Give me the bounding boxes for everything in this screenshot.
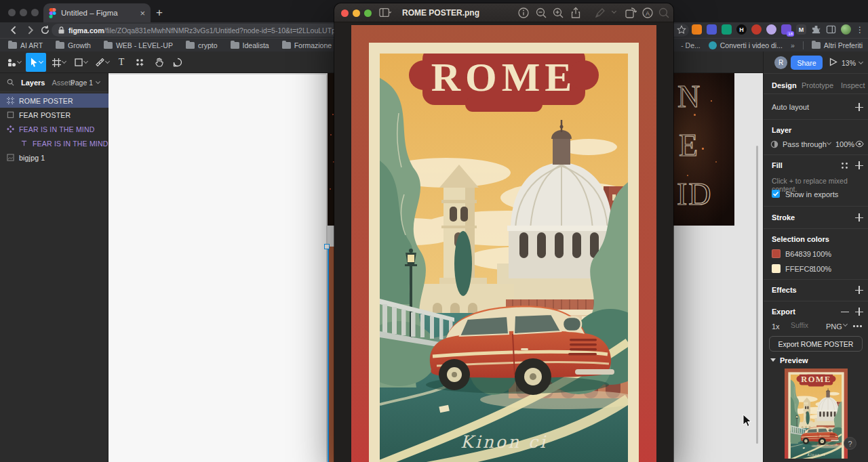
share-button[interactable]: Share [791, 56, 823, 70]
fear-poster-right-part[interactable]: N E ID [673, 73, 734, 226]
layer-row-fear-poster[interactable]: FEAR POSTER [0, 108, 108, 122]
reload-icon[interactable] [39, 24, 51, 36]
tab-inspect[interactable]: Inspect [841, 81, 865, 89]
tab-close-icon[interactable]: × [140, 9, 145, 18]
zoom-in-icon[interactable] [552, 7, 564, 19]
m-extension-icon[interactable]: M [796, 24, 806, 35]
annotate-icon[interactable]: A [642, 7, 654, 19]
h-extension-icon[interactable]: H [736, 24, 747, 35]
add-auto-layout-icon[interactable] [855, 103, 863, 111]
canvas-white-frame[interactable] [108, 75, 326, 462]
sidebar-toggle-icon[interactable] [379, 7, 391, 19]
color-opacity[interactable]: 100% [812, 250, 831, 258]
forward-icon[interactable] [24, 24, 36, 36]
export-preview-thumbnail[interactable] [785, 369, 848, 459]
color-swatch-cream[interactable] [772, 264, 781, 273]
bookmark-item[interactable]: Growth [56, 41, 91, 49]
bookmark-item[interactable]: WEB - LEVEL-UP [104, 41, 173, 49]
remove-export-icon[interactable] [841, 308, 849, 316]
markup-pen-icon[interactable] [594, 7, 606, 19]
shape-tool[interactable] [71, 53, 91, 72]
pen-tool[interactable] [92, 53, 113, 72]
notion-extension-icon[interactable] [722, 24, 732, 35]
extensions-puzzle-icon[interactable] [811, 24, 821, 35]
search-icon[interactable] [7, 79, 14, 86]
window-close-button[interactable] [8, 9, 16, 16]
bookmark-item[interactable]: AI ART [8, 41, 43, 49]
browser-menu-icon[interactable]: ⋮ [856, 25, 864, 35]
password-extension-icon[interactable] [751, 24, 762, 35]
selection-handle[interactable] [324, 244, 330, 249]
show-in-exports-checkbox[interactable] [772, 190, 780, 198]
bookmark-item[interactable]: Formazione [282, 41, 332, 49]
bookmark-item[interactable]: Idealista [231, 41, 269, 49]
tab-layers[interactable]: Layers [21, 79, 45, 87]
blend-mode-value[interactable]: Pass through [783, 140, 827, 148]
browser-tab[interactable]: Untitled – Figma × [43, 3, 151, 22]
share-icon[interactable] [570, 7, 582, 19]
color-opacity[interactable]: 100% [812, 265, 831, 273]
new-tab-button[interactable]: + [156, 6, 163, 20]
minimize-icon[interactable] [353, 9, 360, 17]
layer-row-fear-component[interactable]: FEAR IS IN THE MIND [0, 122, 108, 136]
search-icon[interactable] [658, 7, 670, 19]
color-swatch-red[interactable] [772, 249, 781, 258]
visibility-eye-icon[interactable] [855, 140, 864, 148]
export-suffix-input[interactable] [791, 321, 821, 329]
frame-tool[interactable] [49, 53, 69, 72]
bookmark-item[interactable]: crypto [186, 41, 218, 49]
markup-chevron-icon[interactable] [612, 9, 616, 14]
add-effect-icon[interactable] [855, 286, 863, 294]
help-button[interactable]: ? [844, 437, 856, 450]
preview-disclosure-icon[interactable] [770, 358, 776, 362]
resources-tool[interactable] [132, 53, 148, 72]
zoom-control[interactable]: 13% [842, 59, 863, 67]
export-format[interactable]: PNG [826, 322, 842, 331]
blend-mode-icon[interactable] [770, 140, 778, 148]
comment-tool[interactable] [170, 53, 186, 72]
rotate-icon[interactable] [625, 7, 637, 19]
color-hex[interactable]: FFEFC8 [785, 265, 814, 273]
lavender-extension-icon[interactable] [766, 24, 776, 35]
bookmark-star-icon[interactable] [677, 25, 686, 35]
metamask-extension-icon[interactable] [692, 24, 702, 35]
profile-avatar[interactable] [841, 24, 851, 35]
page-selector[interactable]: Page 1 [71, 79, 100, 87]
other-bookmarks[interactable]: Altri Preferiti [812, 41, 863, 49]
add-stroke-icon[interactable] [855, 213, 863, 222]
layer-row-rome-poster[interactable]: ROME POSTER [0, 93, 108, 108]
badge-extension-icon[interactable]: 18 [781, 24, 791, 35]
bookmark-item[interactable]: Converti i video di... [709, 41, 783, 49]
bookmarks-overflow-icon[interactable]: » [791, 41, 795, 49]
preview-window-titlebar[interactable]: ROME POSTER.png A [334, 3, 673, 22]
bookmark-item[interactable]: - De... [681, 41, 701, 49]
window-zoom-button[interactable] [31, 9, 39, 16]
add-export-icon[interactable] [855, 308, 863, 316]
styles-icon[interactable] [841, 162, 848, 169]
back-icon[interactable] [8, 24, 20, 36]
info-icon[interactable] [517, 7, 530, 19]
canvas-scrollbar[interactable] [756, 146, 758, 444]
sidepanel-icon[interactable] [826, 24, 836, 35]
export-scale[interactable]: 1x [772, 322, 780, 331]
rome-poster-image[interactable] [351, 25, 656, 462]
text-tool[interactable]: T [114, 53, 129, 72]
layer-row-bigjpg[interactable]: bigjpg 1 [0, 150, 108, 165]
zoom-out-icon[interactable] [535, 7, 547, 19]
preview-window[interactable]: ROME POSTER.png A [334, 3, 673, 462]
maximize-icon[interactable] [364, 9, 372, 17]
layer-row-fear-text[interactable]: FEAR IS IN THE MIND [0, 136, 108, 150]
main-menu-button[interactable] [4, 53, 24, 72]
tab-design[interactable]: Design [772, 81, 797, 89]
move-tool[interactable] [26, 53, 46, 72]
tab-prototype[interactable]: Prototype [802, 81, 833, 89]
color-hex[interactable]: B64839 [785, 250, 811, 258]
window-minimize-button[interactable] [20, 9, 27, 16]
present-icon[interactable] [829, 58, 837, 66]
export-rome-poster-button[interactable]: Export ROME POSTER [769, 336, 863, 352]
wallet-extension-icon[interactable] [707, 24, 717, 35]
add-fill-icon[interactable] [855, 161, 863, 169]
layer-opacity[interactable]: 100% [835, 140, 854, 148]
close-icon[interactable] [341, 9, 349, 17]
export-more-options-icon[interactable] [853, 325, 862, 327]
